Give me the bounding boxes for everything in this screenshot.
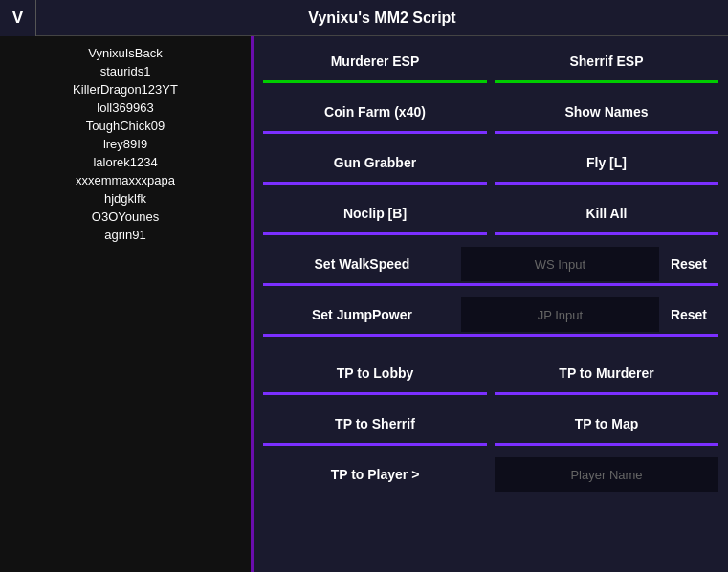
fly-button[interactable]: Fly [L] (495, 145, 718, 180)
jumppower-divider (263, 334, 718, 337)
sherrif-esp-button[interactable]: Sherrif ESP (495, 44, 718, 78)
v-button[interactable]: V (0, 0, 36, 36)
player-name-3: loll369963 (97, 100, 153, 115)
kill-all-button[interactable]: Kill All (495, 196, 718, 231)
tp-sherrif-divider (263, 443, 487, 446)
tp-player-button[interactable]: TP to Player > (263, 457, 487, 492)
jumppower-row: Set JumpPower Reset (263, 297, 718, 332)
player-name-5: lrey89I9 (103, 137, 147, 151)
sherrif-esp-divider (495, 80, 718, 83)
player-name-input[interactable] (495, 457, 718, 492)
tp-murderer-button[interactable]: TP to Murderer (495, 356, 718, 390)
player-name-6: lalorek1234 (93, 155, 157, 169)
tp-lobby-murderer-row: TP to Lobby TP to Murderer (263, 356, 718, 390)
set-walkspeed-button[interactable]: Set WalkSpeed (263, 247, 461, 281)
tp-map-button[interactable]: TP to Map (495, 407, 718, 441)
murderer-esp-button[interactable]: Murderer ESP (263, 44, 487, 78)
esp-row: Murderer ESP Sherrif ESP (263, 44, 718, 78)
kill-all-divider (495, 232, 718, 235)
murderer-esp-divider (263, 80, 487, 83)
show-names-button[interactable]: Show Names (495, 95, 718, 129)
player-name-2: KillerDragon123YT (73, 82, 178, 97)
gun-grabber-divider (263, 182, 487, 185)
spacer-1 (263, 348, 718, 356)
fly-divider (495, 182, 718, 185)
tp-lobby-button[interactable]: TP to Lobby (263, 356, 487, 390)
jp-input[interactable] (461, 297, 659, 332)
noclip-kill-row: Noclip [B] Kill All (263, 196, 718, 231)
player-name-7: xxxemmaxxxpapa (76, 173, 175, 187)
set-jumppower-button[interactable]: Set JumpPower (263, 297, 461, 332)
walkspeed-row: Set WalkSpeed Reset (263, 247, 718, 281)
v-label: V (11, 8, 23, 28)
tp-player-row: TP to Player > (263, 457, 718, 492)
noclip-divider (263, 232, 487, 235)
walkspeed-divider (263, 283, 718, 286)
coin-farm-divider (263, 131, 487, 134)
jp-reset-button[interactable]: Reset (659, 297, 718, 332)
player-panel: VynixuIsBack staurids1 KillerDragon123YT… (0, 36, 254, 572)
main-area: VynixuIsBack staurids1 KillerDragon123YT… (0, 36, 728, 572)
app-title: Vynixu's MM2 Script (36, 10, 728, 27)
tp-map-divider (495, 443, 718, 446)
ws-input[interactable] (461, 247, 659, 281)
player-name-10: agrin91 (104, 228, 145, 242)
gun-fly-row: Gun Grabber Fly [L] (263, 145, 718, 180)
gun-grabber-button[interactable]: Gun Grabber (263, 145, 487, 180)
controls-panel: Murderer ESP Sherrif ESP Coin Farm (x40)… (254, 36, 728, 572)
player-name-8: hjdgklfk (104, 191, 146, 206)
tp-murderer-divider (495, 392, 718, 395)
player-name-4: ToughChick09 (86, 119, 165, 133)
player-name-1: staurids1 (100, 64, 151, 78)
tp-lobby-divider (263, 392, 487, 395)
title-bar: V Vynixu's MM2 Script (0, 0, 728, 36)
ws-reset-button[interactable]: Reset (659, 247, 718, 281)
player-name-9: O3OYounes (92, 209, 159, 224)
tp-sherrif-button[interactable]: TP to Sherrif (263, 407, 487, 441)
coin-names-row: Coin Farm (x40) Show Names (263, 95, 718, 129)
noclip-button[interactable]: Noclip [B] (263, 196, 487, 231)
coin-farm-button[interactable]: Coin Farm (x40) (263, 95, 487, 129)
tp-sherrif-map-row: TP to Sherrif TP to Map (263, 407, 718, 441)
show-names-divider (495, 131, 718, 134)
player-name-0: VynixuIsBack (88, 46, 163, 60)
